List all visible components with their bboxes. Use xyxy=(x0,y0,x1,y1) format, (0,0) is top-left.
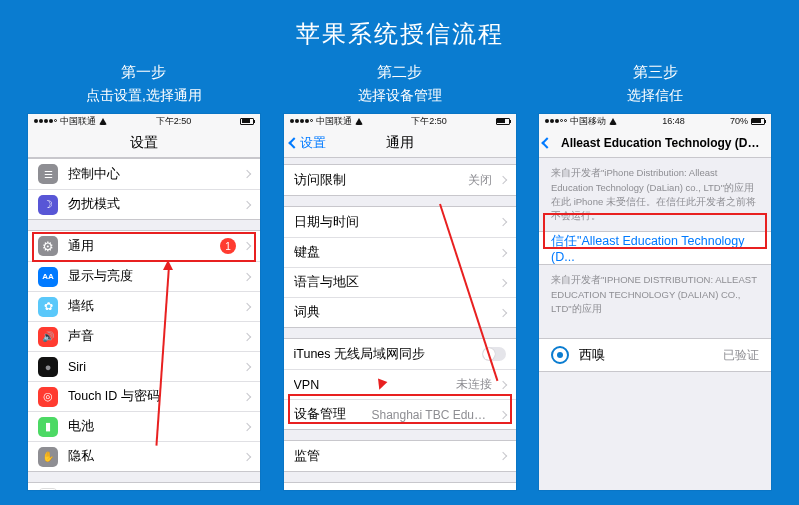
toggle-switch[interactable] xyxy=(482,347,506,361)
wifi-icon xyxy=(355,118,363,125)
siri-icon xyxy=(38,357,58,377)
chevron-right-icon xyxy=(243,423,251,431)
chevron-right-icon xyxy=(498,249,506,257)
general-row-键盘[interactable]: 键盘 xyxy=(284,237,516,267)
clock-label: 下午2:50 xyxy=(411,115,447,128)
row-label: 词典 xyxy=(294,304,496,321)
status-bar: 中国联通 下午2:50 xyxy=(28,114,260,128)
row-label: Touch ID 与密码 xyxy=(68,388,240,405)
back-label: 设置 xyxy=(300,134,326,152)
settings-row-显示与亮度[interactable]: 显示与亮度 xyxy=(28,261,260,291)
chevron-right-icon xyxy=(498,176,506,184)
carrier-label: 中国联通 xyxy=(316,115,352,128)
row-value: 关闭 xyxy=(468,172,492,189)
battery-icon xyxy=(38,417,58,437)
settings-group: 通用1显示与亮度墙纸声音SiriTouch ID 与密码电池隐私 xyxy=(28,230,260,472)
settings-group: iTunes Store 与 App StoreWallet 与 Apple P… xyxy=(28,482,260,490)
step-3: 第三步 选择信任 中国移动 16:48 70% Allea xyxy=(539,60,771,490)
general-row-VPN[interactable]: VPN未连接 xyxy=(284,369,516,399)
chevron-right-icon xyxy=(243,242,251,250)
gear-icon xyxy=(38,236,58,256)
chevron-right-icon xyxy=(498,309,506,317)
row-label: 访问限制 xyxy=(294,172,468,189)
control-icon xyxy=(38,164,58,184)
general-row-设备管理[interactable]: 设备管理Shanghai TBC Education Dev... xyxy=(284,399,516,429)
step3-desc: 选择信任 xyxy=(627,84,683,106)
general-group: 监管 xyxy=(284,440,516,472)
signal-icon xyxy=(545,119,567,123)
step-3-heading: 第三步 选择信任 xyxy=(627,60,683,106)
clock-label: 下午2:50 xyxy=(156,115,192,128)
battery-icon xyxy=(240,118,254,125)
settings-row-控制中心[interactable]: 控制中心 xyxy=(28,159,260,189)
nav-title: 设置 xyxy=(130,134,158,152)
signal-icon xyxy=(34,119,57,123)
settings-row-隐私[interactable]: 隐私 xyxy=(28,441,260,471)
notification-badge: 1 xyxy=(220,238,236,254)
general-row-还原[interactable]: 还原 xyxy=(284,483,516,490)
nav-bar: 设置 通用 xyxy=(284,128,516,158)
settings-row-Siri[interactable]: Siri xyxy=(28,351,260,381)
chevron-right-icon xyxy=(243,170,251,178)
phone-2: 中国联通 下午2:50 设置 通用 访问限制关闭日期与时间键盘语言与地区词典iT… xyxy=(284,114,516,490)
wifi-icon xyxy=(99,118,107,125)
step-1: 第一步 点击设置,选择通用 中国联通 下午2:50 设置 控制中心勿扰模式通用1… xyxy=(28,60,260,490)
general-group: 日期与时间键盘语言与地区词典 xyxy=(284,206,516,328)
back-button[interactable]: 设置 xyxy=(290,134,326,152)
row-label: 键盘 xyxy=(294,244,496,261)
settings-row-墙纸[interactable]: 墙纸 xyxy=(28,291,260,321)
trust-label: 信任"Alleast Education Technology (D... xyxy=(551,233,759,264)
row-value: 未连接 xyxy=(456,376,492,393)
nav-title: Alleast Education Technology (DaLia... xyxy=(561,136,761,150)
step-2-heading: 第二步 选择设备管理 xyxy=(358,60,442,106)
row-label: iTunes 无线局域网同步 xyxy=(294,346,482,363)
row-label: 通用 xyxy=(68,238,220,255)
row-value: Shanghai TBC Education Dev... xyxy=(372,408,492,422)
general-row-日期与时间[interactable]: 日期与时间 xyxy=(284,207,516,237)
general-row-监管[interactable]: 监管 xyxy=(284,441,516,471)
app-verified-row[interactable]: 西嗅 已验证 xyxy=(539,338,771,372)
verified-status: 已验证 xyxy=(723,347,759,364)
row-label: 声音 xyxy=(68,328,240,345)
settings-row-Touch ID 与密码[interactable]: Touch ID 与密码 xyxy=(28,381,260,411)
battery-icon xyxy=(496,118,510,125)
chevron-right-icon xyxy=(498,218,506,226)
row-label: 语言与地区 xyxy=(294,274,496,291)
developer-desc-2: 来自开发者"IPHONE DISTRIBUTION: ALLEAST EDUCA… xyxy=(539,265,771,324)
trust-developer-button[interactable]: 信任"Alleast Education Technology (D... xyxy=(539,231,771,265)
chevron-right-icon xyxy=(243,363,251,371)
settings-row-电池[interactable]: 电池 xyxy=(28,411,260,441)
settings-row-声音[interactable]: 声音 xyxy=(28,321,260,351)
row-label: 日期与时间 xyxy=(294,214,496,231)
chevron-right-icon xyxy=(243,393,251,401)
status-bar: 中国移动 16:48 70% xyxy=(539,114,771,128)
general-group: 还原 xyxy=(284,482,516,490)
chevron-left-icon xyxy=(541,137,552,148)
chevron-right-icon xyxy=(498,452,506,460)
row-label: 墙纸 xyxy=(68,298,240,315)
settings-row-通用[interactable]: 通用1 xyxy=(28,231,260,261)
chevron-right-icon xyxy=(243,201,251,209)
app-name: 西嗅 xyxy=(579,347,723,364)
general-row-语言与地区[interactable]: 语言与地区 xyxy=(284,267,516,297)
phone-3: 中国移动 16:48 70% Alleast Education Technol… xyxy=(539,114,771,490)
settings-row-iTunes Store 与 App Store[interactable]: iTunes Store 与 App Store xyxy=(28,483,260,490)
phone-1: 中国联通 下午2:50 设置 控制中心勿扰模式通用1显示与亮度墙纸声音SiriT… xyxy=(28,114,260,490)
settings-row-勿扰模式[interactable]: 勿扰模式 xyxy=(28,189,260,219)
general-row-访问限制[interactable]: 访问限制关闭 xyxy=(284,165,516,195)
back-button[interactable] xyxy=(543,139,551,147)
row-label: 控制中心 xyxy=(68,166,240,183)
general-row-iTunes 无线局域网同步[interactable]: iTunes 无线局域网同步 xyxy=(284,339,516,369)
clock-label: 16:48 xyxy=(662,116,685,126)
row-label: VPN xyxy=(294,378,456,392)
chevron-left-icon xyxy=(288,137,299,148)
general-row-词典[interactable]: 词典 xyxy=(284,297,516,327)
step1-desc: 点击设置,选择通用 xyxy=(86,84,202,106)
step-1-heading: 第一步 点击设置,选择通用 xyxy=(86,60,202,106)
touchid-icon xyxy=(38,387,58,407)
appstore-icon xyxy=(38,488,58,490)
app-icon xyxy=(551,346,569,364)
privacy-icon xyxy=(38,447,58,467)
nav-bar: 设置 xyxy=(28,128,260,158)
nav-title: 通用 xyxy=(386,134,414,152)
